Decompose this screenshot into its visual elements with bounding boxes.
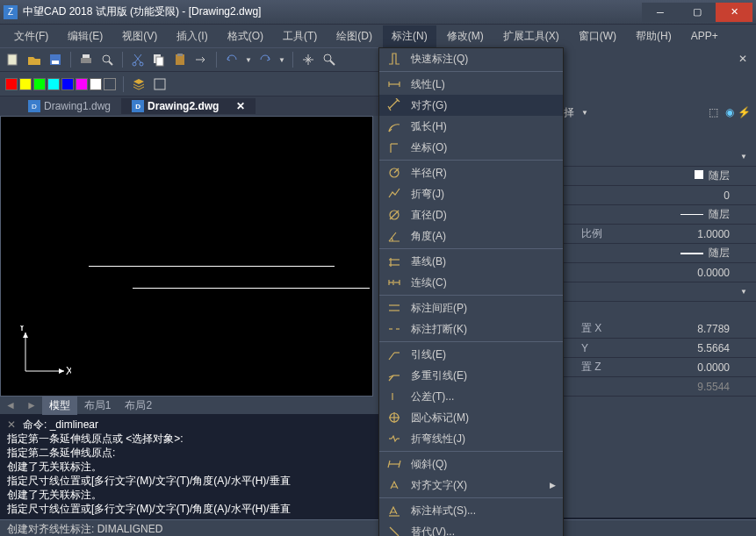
close-button[interactable]: ✕ [716,3,752,22]
zoom-icon[interactable] [321,52,337,68]
layout-tab[interactable]: 布局1 [77,397,119,415]
linear-icon [386,76,402,92]
menu-item-quick[interactable]: 快速标注(Q) [379,48,563,69]
cut-icon[interactable] [130,52,146,68]
menu-8[interactable]: 修改(M) [438,25,493,47]
svg-line-47 [389,353,394,360]
atxt-icon [386,477,402,493]
color-magenta[interactable] [76,78,88,90]
undo-dropdown[interactable]: ▼ [245,56,252,64]
prop-x[interactable]: 置 X8.7789 [564,319,756,339]
drawing-canvas[interactable]: Y X [0,116,373,397]
svg-rect-12 [177,54,183,56]
color-green[interactable] [33,78,46,90]
menu-item-tol[interactable]: 公差(T)... [379,386,563,407]
menu-item-mlead[interactable]: 多重引线(E) [379,365,563,386]
redo-icon[interactable] [257,52,273,68]
doc-tab[interactable]: DDrawing1.dwg [18,98,121,114]
jogl-icon [386,431,402,447]
menu-item-rad[interactable]: 半径(R) [379,162,563,183]
prop-ltscale[interactable]: 比例1.0000 [564,225,756,244]
menu-item-jog[interactable]: 折弯(J) [379,183,563,204]
new-icon[interactable] [5,52,21,68]
menu-item-dia[interactable]: 直径(D) [379,204,563,225]
pick-icon[interactable]: ◉ [725,106,734,118]
color-red[interactable] [5,78,18,90]
preview-icon[interactable] [99,52,115,68]
menu-item-aligned[interactable]: 对齐(G) [379,95,563,116]
menu-item-ang[interactable]: 角度(A) [379,225,563,247]
color-none[interactable] [104,78,116,90]
prop-color[interactable]: 随层 [564,167,756,186]
menu-item-obl[interactable]: 倾斜(Q) [379,454,563,475]
menu-7[interactable]: 标注(N) [383,25,436,47]
layout-tab[interactable]: 模型 [42,397,77,415]
pan-icon[interactable] [300,52,316,68]
menu-item-space[interactable]: 标注间距(P) [379,297,563,318]
svg-point-13 [324,54,331,61]
menu-6[interactable]: 绘图(D) [328,25,381,47]
menu-3[interactable]: 插入(I) [168,25,216,47]
menu-item-center[interactable]: 圆心标记(M) [379,407,563,428]
submenu-arrow-icon: ▶ [550,481,556,490]
prop-linetype[interactable]: 随层 [564,205,756,225]
menu-item-over[interactable]: 替代(V)... [379,521,563,536]
menu-item-atxt[interactable]: 对齐文字(X)▶ [379,475,563,496]
menu-5[interactable]: 工具(T) [274,25,326,47]
menu-1[interactable]: 编辑(E) [59,25,112,47]
copy-icon[interactable] [151,52,167,68]
svg-text:X: X [66,365,71,377]
menu-item-lead[interactable]: 引线(E) [379,344,563,365]
color-cyan[interactable] [47,78,60,90]
quick-icon [386,51,402,67]
layout-tab[interactable]: 布局2 [118,397,159,415]
svg-rect-3 [81,58,91,63]
rad-icon [386,165,402,181]
menu-item-base[interactable]: 基线(B) [379,251,563,272]
quick-select-icon[interactable]: ⬚ [709,106,718,118]
prop-expand[interactable]: ▼ [564,147,756,167]
menu-12[interactable]: APP+ [682,26,727,46]
prop-layer[interactable]: 0 [564,186,756,205]
maximize-button[interactable]: ▢ [679,3,716,22]
undo-icon[interactable] [224,52,240,68]
tab-close-icon[interactable]: ✕ [236,100,245,112]
lead-icon [386,347,402,362]
layer-manager-icon[interactable] [131,76,147,92]
menu-item-arc[interactable]: 弧长(H) [379,116,563,137]
color-white[interactable] [90,78,102,90]
cmd-close-icon[interactable]: ✕ [7,418,16,432]
menu-0[interactable]: 文件(F) [5,25,57,47]
menu-2[interactable]: 视图(V) [113,25,166,47]
minimize-button[interactable]: ─ [642,3,679,22]
tab-scroll-right[interactable]: ► [21,399,42,411]
redo-dropdown[interactable]: ▼ [278,56,285,64]
prop-z[interactable]: 置 Z0.0000 [564,358,756,377]
match-icon[interactable] [193,52,209,68]
doc-tab[interactable]: DDrawing2.dwg✕ [121,98,256,114]
flash-icon[interactable]: ⚡ [738,106,751,118]
menu-4[interactable]: 格式(O) [219,25,272,47]
prop-thickness[interactable]: 0.0000 [564,263,756,282]
menu-item-break[interactable]: 标注打断(K) [379,318,563,339]
menu-item-linear[interactable]: 线性(L) [379,74,563,95]
menu-item-style[interactable]: 标注样式(S)... [379,500,563,521]
save-icon[interactable] [47,52,63,68]
paste-icon[interactable] [172,52,188,68]
menu-11[interactable]: 帮助(H) [627,25,680,47]
color-yellow[interactable] [19,78,32,90]
menu-9[interactable]: 扩展工具(X) [494,25,568,47]
menu-10[interactable]: 窗口(W) [570,25,625,47]
menu-item-jogl[interactable]: 折弯线性(J) [379,428,563,449]
prop-lineweight[interactable]: 随层 [564,244,756,263]
menu-item-cont[interactable]: 连续(C) [379,272,563,293]
tab-scroll-left[interactable]: ◄ [0,399,21,411]
panel-close-icon[interactable]: ✕ [738,53,747,65]
prop-expand2[interactable]: ▼ [564,282,756,302]
menu-item-ord[interactable]: 坐标(O) [379,137,563,158]
color-blue[interactable] [61,78,74,90]
print-icon[interactable] [78,52,94,68]
layer-states-icon[interactable] [152,76,168,92]
prop-y[interactable]: Y5.5664 [564,339,756,358]
open-icon[interactable] [26,52,42,68]
